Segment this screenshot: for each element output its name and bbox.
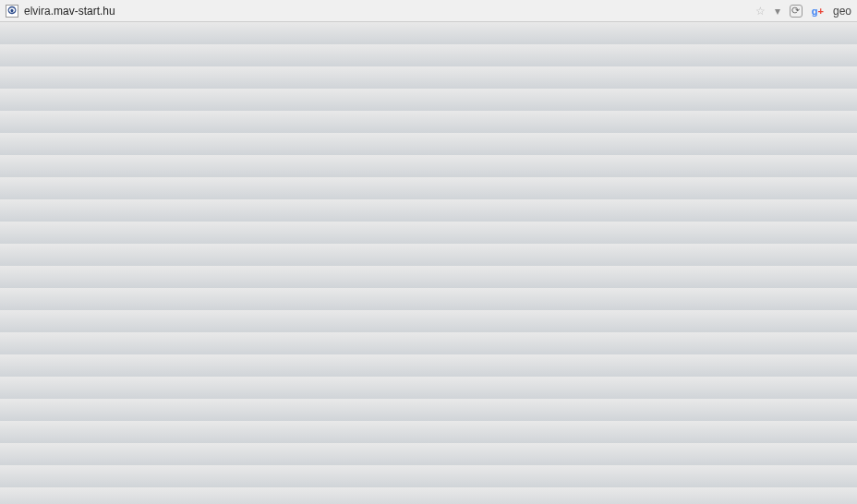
bookmark-star-icon[interactable]: ☆	[755, 5, 766, 18]
search-engine-label: geo	[833, 5, 851, 18]
url-sub: elvira.	[24, 5, 54, 18]
reload-icon[interactable]: ⟳	[790, 5, 803, 18]
url-host: mav-start.hu	[54, 5, 115, 18]
dropdown-icon[interactable]: ▾	[775, 5, 780, 18]
browser-address-bar: ⦿ elvira.mav-start.hu ☆ ▾ ⟳ g+ geo	[0, 0, 857, 22]
search-engine-icon[interactable]: g+	[812, 6, 824, 17]
url-text[interactable]: elvira.mav-start.hu	[24, 5, 115, 18]
site-favicon: ⦿	[6, 5, 18, 18]
